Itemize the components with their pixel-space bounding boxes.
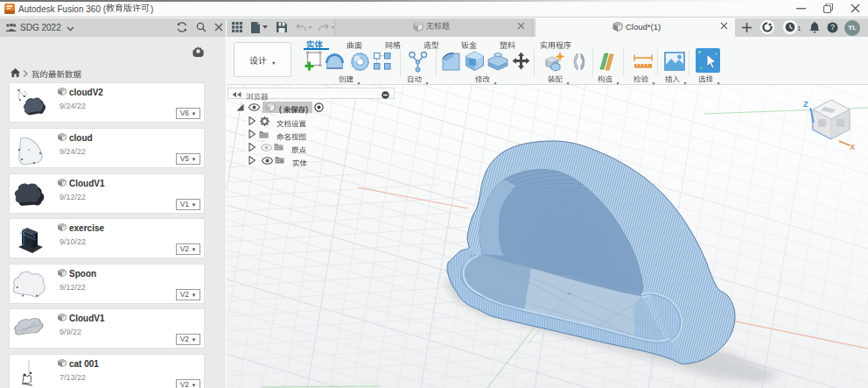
svg-text:X: X [850,143,855,152]
svg-text:): ) [305,106,308,114]
svg-text:(: ( [279,106,282,114]
svg-text:Z: Z [803,100,808,109]
svg-text:?: ? [830,23,835,32]
